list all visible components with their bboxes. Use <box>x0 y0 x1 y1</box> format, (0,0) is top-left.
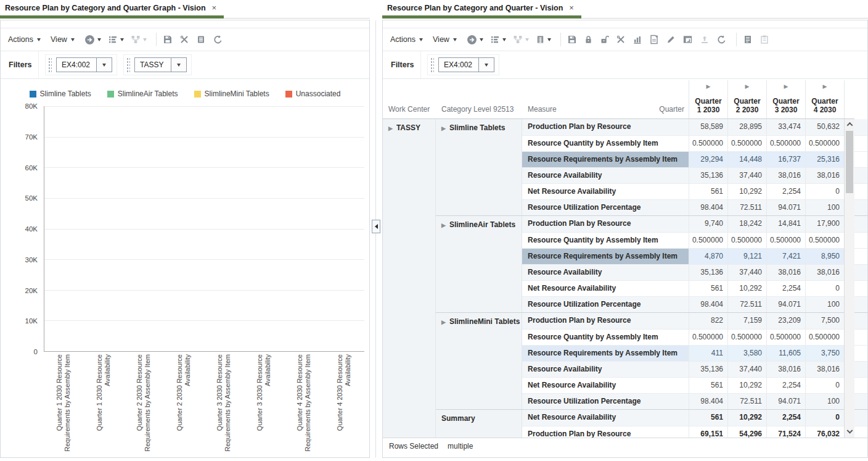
value-cell[interactable]: 7,421 <box>766 249 805 264</box>
value-cell[interactable]: 11,605 <box>766 346 805 361</box>
value-cell[interactable]: 7,159 <box>727 313 766 329</box>
value-cell[interactable]: 35,136 <box>689 362 727 377</box>
measure-cell[interactable]: Net Resource Availability <box>522 184 689 199</box>
measure-row[interactable]: Production Plan by Resource69,15154,2967… <box>522 426 867 438</box>
value-cell[interactable]: 37,440 <box>727 265 766 280</box>
value-cell[interactable]: 0.500000 <box>805 136 844 151</box>
format-button[interactable] <box>490 35 506 44</box>
measure-row[interactable]: Resource Utilization Percentage98.40472.… <box>522 199 867 215</box>
expand-column-icon[interactable]: ▶ <box>823 83 827 89</box>
value-cell[interactable]: 10,292 <box>727 184 766 199</box>
value-cell[interactable]: 25,316 <box>805 152 844 167</box>
value-cell[interactable]: 0 <box>805 410 844 426</box>
value-cell[interactable]: 561 <box>689 410 727 426</box>
category-cell[interactable]: ▶Slimline Tablets <box>436 119 522 215</box>
measure-cell[interactable]: Resource Utilization Percentage <box>522 200 689 215</box>
measure-row[interactable]: Production Plan by Resource9,74018,24214… <box>522 216 867 232</box>
value-cell[interactable]: 8,950 <box>805 249 844 264</box>
value-cell[interactable]: 100 <box>805 297 844 312</box>
value-cell[interactable]: 58,589 <box>689 119 727 135</box>
expand-row-icon[interactable]: ▶ <box>388 125 393 131</box>
measure-cell[interactable]: Resource Quantity by Assembly Item <box>522 136 689 151</box>
vertical-scrollbar[interactable] <box>844 119 854 438</box>
measure-cell[interactable]: Resource Availability <box>522 265 689 280</box>
value-cell[interactable]: 2,254 <box>766 184 805 199</box>
tab-close-icon[interactable]: × <box>569 3 574 12</box>
value-cell[interactable]: 0.500000 <box>689 136 727 151</box>
measure-cell[interactable]: Net Resource Availability <box>522 378 689 393</box>
value-cell[interactable]: 29,294 <box>689 152 727 167</box>
dropdown-button[interactable] <box>478 58 494 72</box>
value-cell[interactable]: 9,121 <box>727 249 766 264</box>
value-cell[interactable]: 3,750 <box>805 346 844 361</box>
scroll-down-button[interactable] <box>845 427 854 438</box>
measure-cell[interactable]: Resource Requirements by Assembly Item <box>522 346 689 361</box>
measure-row[interactable]: Resource Availability35,13637,44038,0163… <box>522 361 867 377</box>
value-cell[interactable]: 0.500000 <box>727 233 766 248</box>
value-cell[interactable]: 0.500000 <box>689 330 727 345</box>
value-cell[interactable]: 2,254 <box>766 378 805 393</box>
value-cell[interactable]: 0.500000 <box>727 136 766 151</box>
panel-splitter[interactable] <box>370 0 382 461</box>
measure-row[interactable]: Resource Quantity by Assembly Item0.5000… <box>522 329 867 345</box>
value-cell[interactable]: 94.071 <box>766 200 805 215</box>
value-cell[interactable]: 0.500000 <box>766 330 805 345</box>
tab-resource-plan-table[interactable]: Resource Plan by Category and Quarter - … <box>382 0 581 19</box>
filter-dropdown[interactable]: TASSY <box>134 57 187 72</box>
value-cell[interactable]: 72.511 <box>727 394 766 409</box>
value-cell[interactable]: 10,292 <box>727 410 766 426</box>
measure-row[interactable]: Resource Quantity by Assembly Item0.5000… <box>522 135 867 151</box>
measure-cell[interactable]: Resource Availability <box>522 168 689 183</box>
save-button[interactable] <box>567 35 577 44</box>
quarter-column-header[interactable]: ▶Quarter 3 2030 <box>766 80 805 118</box>
value-cell[interactable]: 35,136 <box>689 265 727 280</box>
view-menu-button[interactable]: View <box>433 35 457 44</box>
measure-row[interactable]: Net Resource Availability56110,2922,2540 <box>522 183 867 199</box>
measure-cell[interactable]: Resource Requirements by Assembly Item <box>522 249 689 264</box>
expand-column-icon[interactable]: ▶ <box>706 83 711 89</box>
value-cell[interactable]: 9,740 <box>689 216 727 232</box>
value-cell[interactable]: 100 <box>805 394 844 409</box>
save-button[interactable] <box>163 35 173 44</box>
value-cell[interactable]: 0.500000 <box>766 136 805 151</box>
measure-cell[interactable]: Production Plan by Resource <box>522 426 689 438</box>
value-cell[interactable]: 0.500000 <box>805 233 844 248</box>
value-cell[interactable]: 0.500000 <box>727 330 766 345</box>
view-menu-button[interactable]: View <box>51 35 75 44</box>
value-cell[interactable]: 18,242 <box>727 216 766 232</box>
measure-row[interactable]: Resource Availability35,13637,44038,0163… <box>522 264 867 280</box>
refresh-button[interactable] <box>213 35 223 45</box>
value-cell[interactable]: 4,870 <box>689 249 727 264</box>
value-cell[interactable]: 38,016 <box>805 265 844 280</box>
expand-row-icon[interactable]: ▶ <box>441 125 446 131</box>
measure-cell[interactable]: Resource Utilization Percentage <box>522 394 689 409</box>
value-cell[interactable]: 38,016 <box>766 168 805 183</box>
value-cell[interactable]: 411 <box>689 346 727 361</box>
dropdown-button[interactable] <box>171 58 186 72</box>
category-cell[interactable]: ▶SlimlineAir Tablets <box>436 216 522 312</box>
value-cell[interactable]: 98.404 <box>689 394 727 409</box>
value-cell[interactable]: 561 <box>689 281 727 296</box>
drag-handle-icon[interactable] <box>48 57 52 72</box>
filter-dropdown[interactable]: EX4:002 <box>56 57 112 72</box>
measure-cell[interactable]: Resource Quantity by Assembly Item <box>522 233 689 248</box>
expand-row-icon[interactable]: ▶ <box>441 319 446 325</box>
value-cell[interactable]: 37,440 <box>727 362 766 377</box>
value-cell[interactable]: 0.500000 <box>766 233 805 248</box>
value-cell[interactable]: 94.071 <box>766 297 805 312</box>
value-cell[interactable]: 76,032 <box>805 426 844 438</box>
drag-handle-icon[interactable] <box>126 57 130 72</box>
value-cell[interactable]: 0.500000 <box>805 330 844 345</box>
value-cell[interactable]: 0 <box>805 378 844 393</box>
actions-menu-button[interactable]: Actions <box>390 35 423 44</box>
value-cell[interactable]: 14,448 <box>727 152 766 167</box>
tools-button[interactable] <box>179 35 189 44</box>
value-cell[interactable]: 72.511 <box>727 200 766 215</box>
value-cell[interactable]: 38,016 <box>766 265 805 280</box>
measure-cell[interactable]: Resource Utilization Percentage <box>522 297 689 312</box>
value-cell[interactable]: 72.511 <box>727 297 766 312</box>
measure-row[interactable]: Production Plan by Resource58,58928,8953… <box>522 119 867 135</box>
value-cell[interactable]: 17,900 <box>805 216 844 232</box>
measure-cell[interactable]: Production Plan by Resource <box>522 313 689 329</box>
lock-button[interactable] <box>584 35 593 44</box>
